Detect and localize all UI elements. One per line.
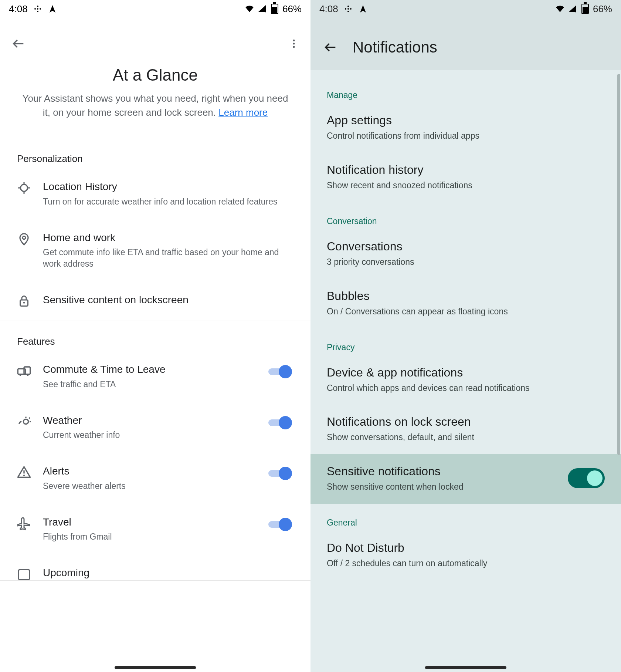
row-app-settings[interactable]: App settings Control notifications from … <box>310 103 621 153</box>
alert-icon <box>16 465 32 480</box>
toggle-sensitive-notifications[interactable] <box>568 468 605 488</box>
row-notification-history[interactable]: Notification history Show recent and sno… <box>310 153 621 202</box>
svg-rect-3 <box>37 11 38 12</box>
row-subtitle: On / Conversations can appear as floatin… <box>327 306 605 317</box>
signal-icon: ! <box>257 4 267 14</box>
row-title: Device & app notifications <box>327 365 605 380</box>
back-button[interactable] <box>11 36 26 51</box>
svg-rect-0 <box>34 8 36 10</box>
section-header-features: Features <box>0 321 310 351</box>
svg-point-26 <box>23 475 25 476</box>
svg-text:!: ! <box>575 9 576 13</box>
svg-text:!: ! <box>265 9 266 13</box>
row-commute[interactable]: Commute & Time to Leave See traffic and … <box>0 351 310 402</box>
row-travel[interactable]: Travel Flights from Gmail <box>0 504 310 554</box>
battery-percentage: 66% <box>593 3 612 15</box>
row-title: Sensitive content on lockscreen <box>43 293 294 307</box>
row-subtitle: Get commute info like ETA and traffic ba… <box>43 247 294 270</box>
personalization-section: Personalization Location History Turn on… <box>0 138 310 321</box>
left-screenshot: 4:08 ! 66% <box>0 0 310 672</box>
toggle-weather[interactable] <box>268 416 294 429</box>
toggle-alerts[interactable] <box>268 467 294 480</box>
scrollbar[interactable] <box>617 74 620 455</box>
svg-rect-30 <box>347 6 349 7</box>
svg-point-21 <box>23 419 28 424</box>
row-subtitle: Flights from Gmail <box>43 531 257 543</box>
row-title: Alerts <box>43 465 257 478</box>
svg-point-20 <box>27 374 29 376</box>
row-title: Bubbles <box>327 288 605 303</box>
battery-icon <box>580 4 590 14</box>
row-title: Upcoming <box>43 566 294 580</box>
section-label-manage: Manage <box>310 76 621 103</box>
row-subtitle: Current weather info <box>43 429 257 441</box>
svg-rect-32 <box>347 8 349 10</box>
right-screenshot: 4:08 ! 66% <box>310 0 621 672</box>
svg-rect-27 <box>18 570 30 580</box>
crosshair-icon <box>16 180 32 196</box>
nav-arrow-icon <box>48 4 57 14</box>
slack-icon <box>33 4 43 14</box>
row-weather[interactable]: Weather Current weather info <box>0 402 310 453</box>
svg-point-19 <box>20 374 21 376</box>
back-button[interactable] <box>323 40 338 55</box>
section-header-personalization: Personalization <box>0 138 310 168</box>
svg-point-6 <box>293 40 295 41</box>
row-title: Conversations <box>327 239 605 254</box>
nav-arrow-icon <box>358 4 368 14</box>
status-bar: 4:08 ! 66% <box>0 0 310 18</box>
svg-rect-1 <box>40 8 41 10</box>
wifi-icon <box>245 4 254 14</box>
row-title: Do Not Disturb <box>327 540 605 555</box>
calendar-icon <box>16 566 32 580</box>
battery-icon <box>270 4 279 14</box>
row-location-history[interactable]: Location History Turn on for accurate we… <box>0 168 310 219</box>
row-subtitle: 3 priority conversations <box>327 257 605 268</box>
learn-more-link[interactable]: Learn more <box>218 107 268 118</box>
row-sensitive-lockscreen[interactable]: Sensitive content on lockscreen <box>0 281 310 321</box>
row-conversations[interactable]: Conversations 3 priority conversations <box>310 229 621 279</box>
row-title: Home and work <box>43 231 294 244</box>
status-bar: 4:08 ! 66% <box>310 0 621 18</box>
nav-handle[interactable] <box>425 666 506 669</box>
row-subtitle: Severe weather alerts <box>43 480 257 492</box>
row-alerts[interactable]: Alerts Severe weather alerts <box>0 453 310 503</box>
row-sensitive-notifications[interactable]: Sensitive notifications Show sensitive c… <box>310 454 621 504</box>
svg-point-8 <box>293 46 295 48</box>
page-title: Notifications <box>353 38 437 56</box>
svg-point-7 <box>293 43 295 45</box>
page-title: At a Glance <box>0 55 310 92</box>
svg-rect-2 <box>37 6 38 7</box>
row-device-app-notifications[interactable]: Device & app notifications Control which… <box>310 355 621 405</box>
commute-icon <box>16 363 32 378</box>
toggle-commute[interactable] <box>268 365 294 378</box>
row-subtitle: See traffic and ETA <box>43 379 257 390</box>
more-menu-button[interactable] <box>288 38 299 49</box>
row-do-not-disturb[interactable]: Do Not Disturb Off / 2 schedules can tur… <box>310 531 621 580</box>
row-title: Location History <box>43 180 294 193</box>
wifi-icon <box>555 4 565 14</box>
page-subtitle: Your Assistant shows you what you need, … <box>0 92 310 134</box>
svg-rect-28 <box>345 8 346 10</box>
status-time: 4:08 <box>9 3 28 15</box>
nav-handle[interactable] <box>115 666 196 669</box>
row-title: Commute & Time to Leave <box>43 363 257 376</box>
signal-icon: ! <box>568 4 577 14</box>
row-title: Travel <box>43 516 257 529</box>
row-bubbles[interactable]: Bubbles On / Conversations can appear as… <box>310 279 621 328</box>
row-upcoming[interactable]: Upcoming <box>0 554 310 580</box>
svg-rect-4 <box>37 8 38 10</box>
svg-point-9 <box>21 185 28 192</box>
row-home-work[interactable]: Home and work Get commute info like ETA … <box>0 219 310 281</box>
row-title: Notifications on lock screen <box>327 414 605 429</box>
row-subtitle: Control notifications from individual ap… <box>327 131 605 142</box>
airplane-icon <box>16 516 32 531</box>
row-subtitle: Show sensitive content when locked <box>327 482 560 493</box>
svg-rect-29 <box>350 8 352 10</box>
toggle-travel[interactable] <box>268 518 294 531</box>
section-label-general: General <box>310 504 621 531</box>
status-time: 4:08 <box>319 3 338 15</box>
row-notifications-lock-screen[interactable]: Notifications on lock screen Show conver… <box>310 405 621 454</box>
pin-icon <box>16 231 32 247</box>
row-title: Sensitive notifications <box>327 464 560 479</box>
